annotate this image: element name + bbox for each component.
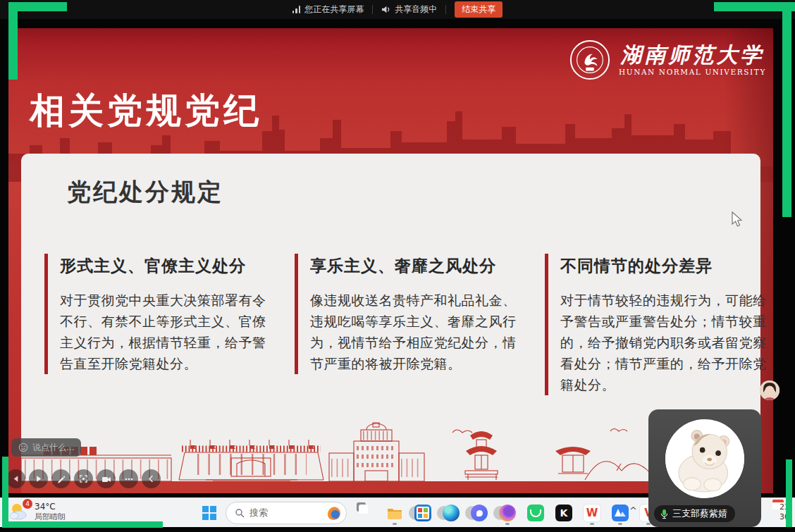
weather-icon: 4 <box>8 501 30 522</box>
weather-alert-badge: 4 <box>23 499 32 509</box>
shared-screen: 您正在共享屏幕 共享音频中 结束共享 湖南师范 <box>0 0 795 532</box>
column-severity: 不同情节的处分差异 对于情节较轻的违规行为，可能给予警告或严重警告处分；情节较重… <box>545 254 770 395</box>
start-button[interactable] <box>200 504 218 522</box>
play-button[interactable] <box>29 469 48 488</box>
column-title: 不同情节的处分差异 <box>560 255 770 277</box>
column-body: 对于情节较轻的违规行为，可能给予警告或严重警告处分；情节较重的，给予撤销党内职务… <box>560 290 770 395</box>
topbar-divider <box>372 5 373 14</box>
previous-button[interactable] <box>6 469 25 488</box>
edge-browser-icon <box>443 505 460 521</box>
university-seal-icon <box>569 39 610 80</box>
taskbar-app-green-shop[interactable] <box>526 504 545 522</box>
taskbar-app-browser-orange[interactable] <box>498 504 517 522</box>
orange-browser-icon <box>499 505 516 521</box>
hamster-avatar-image <box>665 419 744 498</box>
column-formalism: 形式主义、官僚主义处分 对于贯彻党中央重大决策部署有令不行、有禁不止等形式主义、… <box>44 254 270 374</box>
column-title: 享乐主义、奢靡之风处分 <box>310 255 520 277</box>
smiley-icon <box>18 443 28 452</box>
chat-placeholder: 说点什么... <box>32 442 74 454</box>
taskbar-center: 搜索 <box>200 502 662 524</box>
column-title: 形式主义、官僚主义处分 <box>60 255 270 277</box>
weather-widget[interactable]: 4 34°C 局部晴朗 <box>8 501 66 522</box>
taskbar-app-wps[interactable]: W <box>583 504 601 522</box>
participant-avatar <box>665 419 744 498</box>
speaker-icon <box>381 5 390 14</box>
collapse-toolbar-button[interactable] <box>142 469 161 488</box>
chat-app-icon <box>471 505 488 521</box>
green-shop-icon <box>527 505 544 521</box>
participant-video-tile[interactable]: 三支部蔡紫婧 <box>648 409 761 527</box>
university-name: 湖南师范大学 HUNAN NORMAL UNIVERSITY <box>619 44 766 77</box>
taskbar-app-microsoft-store[interactable] <box>414 504 432 522</box>
university-logo: 湖南师范大学 HUNAN NORMAL UNIVERSITY <box>569 39 766 80</box>
mic-on-icon <box>660 509 669 519</box>
slide-title: 相关党规党纪 <box>30 87 262 135</box>
audio-sharing-status: 共享音频中 <box>381 4 437 16</box>
search-highlight-image <box>327 507 340 520</box>
share-border-bottom-h <box>2 521 163 528</box>
participant-mini-avatar[interactable] <box>760 381 779 400</box>
more-button[interactable] <box>119 469 138 488</box>
mouse-cursor <box>732 211 744 228</box>
end-share-button[interactable]: 结束共享 <box>455 1 503 18</box>
search-icon <box>235 508 245 518</box>
tray-show-hidden-icons[interactable]: ^ <box>629 505 637 516</box>
weather-condition: 局部晴朗 <box>35 512 66 522</box>
share-border-top-left-v <box>8 2 18 80</box>
signal-bars-icon <box>292 6 301 13</box>
taskbar-apps: K W V <box>352 504 662 522</box>
participant-name-pill: 三支部蔡紫婧 <box>654 505 735 522</box>
sharing-status-text: 您正在共享屏幕 <box>304 4 364 16</box>
annotate-pen-button[interactable] <box>51 469 70 488</box>
share-border-bottom-left-v <box>2 457 8 526</box>
column-body: 对于贯彻党中央重大决策部署有令不行、有禁不止等形式主义、官僚主义行为，根据情节轻… <box>60 290 270 374</box>
participant-name: 三支部蔡紫婧 <box>672 507 727 520</box>
wps-office-icon: W <box>583 504 601 522</box>
university-name-cn: 湖南师范大学 <box>620 44 764 66</box>
taskbar-app-task-view[interactable] <box>357 504 376 522</box>
blue-docs-icon <box>612 505 629 521</box>
taskbar-app-k[interactable]: K <box>555 504 573 522</box>
presenter-controls <box>6 469 161 488</box>
weather-text: 34°C 局部晴朗 <box>35 502 66 522</box>
store-icon <box>414 505 431 521</box>
taskbar-app-chat[interactable] <box>470 504 488 522</box>
taskbar-app-file-explorer[interactable] <box>386 504 404 522</box>
share-border-top-right-v <box>782 2 791 217</box>
taskbar-app-edge[interactable] <box>442 504 460 522</box>
column-hedonism: 享乐主义、奢靡之风处分 像违规收送名贵特产和礼品礼金、违规吃喝等享乐主义、奢靡之… <box>295 254 520 374</box>
panel-heading: 党纪处分规定 <box>67 176 223 209</box>
folder-icon <box>386 505 403 521</box>
column-body: 像违规收送名贵特产和礼品礼金、违规吃喝等享乐主义、奢靡之风行为，视情节给予相应党… <box>310 290 520 374</box>
search-placeholder: 搜索 <box>249 507 322 519</box>
taskbar-app-blue-docs[interactable] <box>611 504 629 522</box>
chat-input[interactable]: 说点什么... <box>11 438 81 457</box>
sharing-status: 您正在共享屏幕 <box>292 4 364 16</box>
weather-temperature: 34°C <box>35 502 66 512</box>
audio-status-text: 共享音频中 <box>395 4 437 16</box>
laser-pointer-button[interactable] <box>74 469 93 488</box>
camera-button[interactable] <box>97 469 116 488</box>
taskbar-search[interactable]: 搜索 <box>226 502 347 524</box>
windows-logo-icon <box>202 506 216 520</box>
k-app-icon: K <box>555 505 572 521</box>
screen-share-topbar: 您正在共享屏幕 共享音频中 结束共享 <box>0 0 795 19</box>
topbar-divider <box>445 5 446 14</box>
share-border-bottom-right-v <box>786 459 792 527</box>
university-name-en: HUNAN NORMAL UNIVERSITY <box>619 68 766 76</box>
